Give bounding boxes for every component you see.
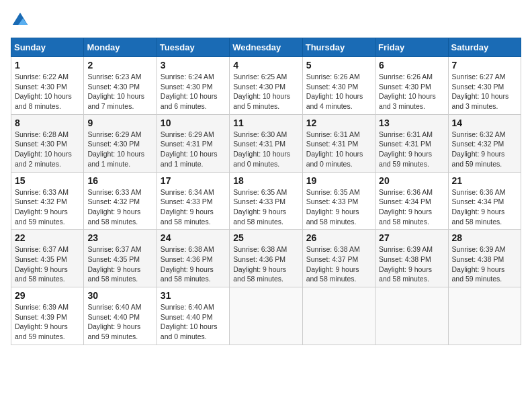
weekday-header-wednesday: Wednesday (230, 38, 302, 57)
calendar-cell: 9 Sunrise: 6:29 AM Sunset: 4:30 PM Dayli… (84, 114, 157, 172)
weekday-header-tuesday: Tuesday (157, 38, 229, 57)
day-info: Sunrise: 6:40 AM Sunset: 4:40 PM Dayligh… (161, 302, 226, 342)
calendar-cell: 17 Sunrise: 6:34 AM Sunset: 4:33 PM Dayl… (157, 172, 229, 230)
day-number: 16 (87, 175, 152, 186)
calendar-cell: 13 Sunrise: 6:31 AM Sunset: 4:31 PM Dayl… (375, 114, 448, 172)
calendar-cell: 28 Sunrise: 6:39 AM Sunset: 4:38 PM Dayl… (448, 230, 521, 287)
day-info: Sunrise: 6:35 AM Sunset: 4:33 PM Dayligh… (233, 187, 298, 227)
calendar-cell: 24 Sunrise: 6:38 AM Sunset: 4:36 PM Dayl… (157, 230, 229, 287)
calendar-cell: 27 Sunrise: 6:39 AM Sunset: 4:38 PM Dayl… (375, 230, 448, 287)
calendar-cell: 25 Sunrise: 6:38 AM Sunset: 4:36 PM Dayl… (230, 230, 302, 287)
day-info: Sunrise: 6:38 AM Sunset: 4:36 PM Dayligh… (161, 244, 226, 284)
day-number: 31 (161, 290, 226, 301)
calendar-cell (302, 287, 375, 345)
day-info: Sunrise: 6:29 AM Sunset: 4:30 PM Dayligh… (87, 130, 152, 169)
calendar-cell: 10 Sunrise: 6:29 AM Sunset: 4:31 PM Dayl… (157, 114, 229, 172)
day-number: 8 (15, 118, 80, 128)
calendar-cell: 1 Sunrise: 6:22 AM Sunset: 4:30 PM Dayli… (11, 57, 84, 115)
calendar-cell: 19 Sunrise: 6:35 AM Sunset: 4:33 PM Dayl… (302, 172, 375, 230)
day-info: Sunrise: 6:39 AM Sunset: 4:39 PM Dayligh… (15, 302, 80, 342)
calendar-cell: 20 Sunrise: 6:36 AM Sunset: 4:34 PM Dayl… (375, 172, 448, 230)
day-info: Sunrise: 6:38 AM Sunset: 4:37 PM Dayligh… (306, 244, 371, 284)
logo (11, 11, 32, 30)
day-number: 4 (233, 60, 298, 71)
day-info: Sunrise: 6:23 AM Sunset: 4:30 PM Dayligh… (87, 72, 152, 111)
calendar-cell: 4 Sunrise: 6:25 AM Sunset: 4:30 PM Dayli… (230, 57, 302, 115)
day-number: 19 (306, 175, 371, 186)
day-info: Sunrise: 6:39 AM Sunset: 4:38 PM Dayligh… (379, 244, 444, 284)
page-header (11, 11, 521, 30)
calendar-cell: 14 Sunrise: 6:32 AM Sunset: 4:32 PM Dayl… (448, 114, 521, 172)
day-info: Sunrise: 6:27 AM Sunset: 4:30 PM Dayligh… (452, 72, 517, 111)
calendar-cell: 12 Sunrise: 6:31 AM Sunset: 4:31 PM Dayl… (302, 114, 375, 172)
day-number: 9 (87, 118, 152, 128)
calendar: SundayMondayTuesdayWednesdayThursdayFrid… (11, 38, 521, 345)
calendar-cell: 21 Sunrise: 6:36 AM Sunset: 4:34 PM Dayl… (448, 172, 521, 230)
calendar-cell: 16 Sunrise: 6:33 AM Sunset: 4:32 PM Dayl… (84, 172, 157, 230)
day-number: 24 (161, 232, 226, 243)
calendar-cell: 18 Sunrise: 6:35 AM Sunset: 4:33 PM Dayl… (230, 172, 302, 230)
calendar-cell: 11 Sunrise: 6:30 AM Sunset: 4:31 PM Dayl… (230, 114, 302, 172)
day-info: Sunrise: 6:30 AM Sunset: 4:31 PM Dayligh… (233, 130, 298, 169)
day-number: 12 (306, 118, 371, 128)
weekday-header-sunday: Sunday (11, 38, 84, 57)
day-number: 10 (161, 118, 226, 128)
day-number: 30 (87, 290, 152, 301)
day-number: 20 (379, 175, 444, 186)
calendar-cell: 6 Sunrise: 6:26 AM Sunset: 4:30 PM Dayli… (375, 57, 448, 115)
day-info: Sunrise: 6:26 AM Sunset: 4:30 PM Dayligh… (306, 72, 371, 111)
day-info: Sunrise: 6:31 AM Sunset: 4:31 PM Dayligh… (306, 130, 371, 169)
day-info: Sunrise: 6:32 AM Sunset: 4:32 PM Dayligh… (452, 130, 517, 169)
day-number: 29 (15, 290, 80, 301)
calendar-cell: 5 Sunrise: 6:26 AM Sunset: 4:30 PM Dayli… (302, 57, 375, 115)
calendar-cell: 2 Sunrise: 6:23 AM Sunset: 4:30 PM Dayli… (84, 57, 157, 115)
calendar-cell (375, 287, 448, 345)
day-info: Sunrise: 6:25 AM Sunset: 4:30 PM Dayligh… (233, 72, 298, 111)
day-number: 3 (161, 60, 226, 71)
calendar-cell: 22 Sunrise: 6:37 AM Sunset: 4:35 PM Dayl… (11, 230, 84, 287)
weekday-header-friday: Friday (375, 38, 448, 57)
day-info: Sunrise: 6:36 AM Sunset: 4:34 PM Dayligh… (379, 187, 444, 227)
calendar-cell: 3 Sunrise: 6:24 AM Sunset: 4:30 PM Dayli… (157, 57, 229, 115)
day-number: 22 (15, 232, 80, 243)
day-number: 5 (306, 60, 371, 71)
day-info: Sunrise: 6:28 AM Sunset: 4:30 PM Dayligh… (15, 130, 80, 169)
day-number: 21 (452, 175, 517, 186)
calendar-cell: 8 Sunrise: 6:28 AM Sunset: 4:30 PM Dayli… (11, 114, 84, 172)
calendar-cell: 30 Sunrise: 6:40 AM Sunset: 4:40 PM Dayl… (84, 287, 157, 345)
weekday-header-thursday: Thursday (302, 38, 375, 57)
logo-icon (11, 11, 30, 30)
calendar-cell: 23 Sunrise: 6:37 AM Sunset: 4:35 PM Dayl… (84, 230, 157, 287)
day-number: 28 (452, 232, 517, 243)
day-info: Sunrise: 6:37 AM Sunset: 4:35 PM Dayligh… (15, 244, 80, 284)
calendar-cell: 31 Sunrise: 6:40 AM Sunset: 4:40 PM Dayl… (157, 287, 229, 345)
calendar-cell: 29 Sunrise: 6:39 AM Sunset: 4:39 PM Dayl… (11, 287, 84, 345)
day-info: Sunrise: 6:26 AM Sunset: 4:30 PM Dayligh… (379, 72, 444, 111)
day-info: Sunrise: 6:37 AM Sunset: 4:35 PM Dayligh… (87, 244, 152, 284)
calendar-cell (448, 287, 521, 345)
day-number: 6 (379, 60, 444, 71)
day-number: 1 (15, 60, 80, 71)
weekday-header-saturday: Saturday (448, 38, 521, 57)
day-number: 26 (306, 232, 371, 243)
day-info: Sunrise: 6:38 AM Sunset: 4:36 PM Dayligh… (233, 244, 298, 284)
day-number: 18 (233, 175, 298, 186)
weekday-header-monday: Monday (84, 38, 157, 57)
day-number: 17 (161, 175, 226, 186)
calendar-cell: 15 Sunrise: 6:33 AM Sunset: 4:32 PM Dayl… (11, 172, 84, 230)
day-info: Sunrise: 6:29 AM Sunset: 4:31 PM Dayligh… (161, 130, 226, 169)
day-number: 23 (87, 232, 152, 243)
day-number: 14 (452, 118, 517, 128)
calendar-cell: 26 Sunrise: 6:38 AM Sunset: 4:37 PM Dayl… (302, 230, 375, 287)
calendar-cell: 7 Sunrise: 6:27 AM Sunset: 4:30 PM Dayli… (448, 57, 521, 115)
day-info: Sunrise: 6:33 AM Sunset: 4:32 PM Dayligh… (87, 187, 152, 227)
day-info: Sunrise: 6:24 AM Sunset: 4:30 PM Dayligh… (161, 72, 226, 111)
day-number: 25 (233, 232, 298, 243)
day-number: 15 (15, 175, 80, 186)
calendar-cell (230, 287, 302, 345)
day-number: 27 (379, 232, 444, 243)
day-info: Sunrise: 6:34 AM Sunset: 4:33 PM Dayligh… (161, 187, 226, 227)
day-number: 7 (452, 60, 517, 71)
day-info: Sunrise: 6:36 AM Sunset: 4:34 PM Dayligh… (452, 187, 517, 227)
day-info: Sunrise: 6:22 AM Sunset: 4:30 PM Dayligh… (15, 72, 80, 111)
